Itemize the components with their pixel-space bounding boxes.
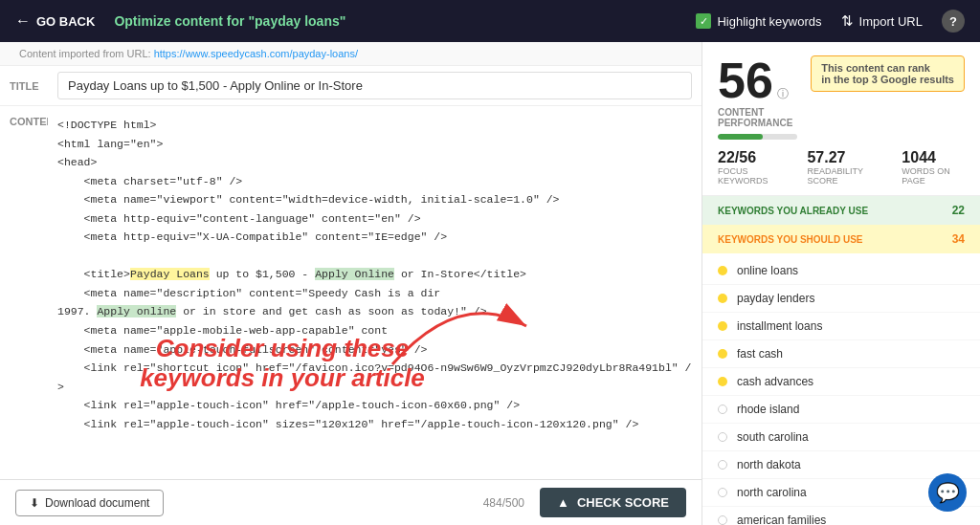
stat-readability: 57.27 READABILITY SCORE <box>807 149 882 186</box>
list-item: installment loans <box>702 313 980 340</box>
help-button[interactable]: ? <box>942 10 965 33</box>
score-value: 56 <box>718 55 773 105</box>
list-item: payday lenders <box>702 285 980 313</box>
word-count: 484/500 <box>483 496 524 510</box>
code-line: <title>Payday Loans up to $1,500 - Apply… <box>57 265 692 284</box>
stat-words: 1044 WORDS ON PAGE <box>902 149 965 186</box>
progress-bar <box>718 134 797 140</box>
code-line: <meta name="apple-touch-fullscreen" cont… <box>57 340 692 360</box>
stats-row: 22/56 FOCUS KEYWORDS 57.27 READABILITY S… <box>718 149 965 186</box>
code-line: <link rel="shortcut icon" href="/favicon… <box>57 359 692 396</box>
progress-fill <box>718 134 763 140</box>
back-arrow-icon: ← <box>15 12 31 30</box>
back-label: GO BACK <box>36 14 95 29</box>
url-bar: Content imported from URL: https://www.s… <box>0 42 702 66</box>
top-nav: ← GO BACK Optimize content for "payday l… <box>0 0 980 42</box>
chat-icon: 💬 <box>936 481 960 504</box>
code-line: <!DOCTYPE html> <box>57 116 692 135</box>
code-line: 1997. Apply online or in store and get c… <box>57 302 692 321</box>
keywords-use-header: KEYWORDS YOU ALREADY USE 22 <box>702 196 980 225</box>
dot-icon <box>718 294 727 303</box>
code-line <box>57 247 692 266</box>
check-score-icon: ▲ <box>557 495 569 510</box>
download-button[interactable]: ⬇ Download document <box>15 490 164 516</box>
list-item: fast cash <box>702 340 980 368</box>
code-editor[interactable]: <!DOCTYPE html> <html lang="en"> <head> … <box>48 106 702 479</box>
main-layout: Content imported from URL: https://www.s… <box>0 42 980 525</box>
dot-icon <box>718 266 727 275</box>
code-line: <meta http-equiv="content-language" cont… <box>57 209 692 229</box>
dot-icon <box>718 515 727 525</box>
code-line: <meta name="description" content="Speedy… <box>57 284 692 303</box>
download-icon: ⬇ <box>30 496 39 510</box>
code-line: <head> <box>57 153 692 172</box>
list-item: online loans <box>702 257 980 285</box>
left-panel: Content imported from URL: https://www.s… <box>0 42 702 525</box>
dot-icon <box>718 405 727 414</box>
code-line: <meta charset="utf-8" /> <box>57 172 692 191</box>
dot-icon <box>718 488 727 497</box>
title-label: TITLE <box>10 80 57 92</box>
checkbox-icon: ✓ <box>696 13 711 29</box>
bottom-bar: ⬇ Download document 484/500 ▲ CHECK SCOR… <box>0 479 702 525</box>
dot-icon <box>718 321 727 331</box>
import-icon: ⇅ <box>841 12 854 30</box>
stat-focus-keywords: 22/56 FOCUS KEYWORDS <box>718 149 788 186</box>
dot-icon <box>718 377 727 386</box>
right-panel: 56 ⓘ CONTENT PERFORMANCE This content ca… <box>702 42 980 525</box>
content-label: CONTENT <box>0 106 48 479</box>
import-url-button[interactable]: ⇅ Import URL <box>841 12 923 30</box>
dot-icon <box>718 460 727 470</box>
list-item: cash advances <box>702 368 980 396</box>
code-line: <meta name="apple-mobile-web-app-capable… <box>57 321 692 340</box>
dot-icon <box>718 432 727 442</box>
code-line: <link rel="apple-touch-icon" sizes="120x… <box>57 415 692 434</box>
list-item: south carolina <box>702 424 980 451</box>
highlight-keywords-toggle[interactable]: ✓ Highlight keywords <box>696 13 821 29</box>
score-section: 56 ⓘ CONTENT PERFORMANCE This content ca… <box>702 42 980 196</box>
keywords-should-header: KEYWORDS YOU SHOULD USE 34 <box>702 225 980 253</box>
content-area: CONTENT <!DOCTYPE html> <html lang="en">… <box>0 106 702 479</box>
title-input[interactable] <box>57 72 692 99</box>
score-block: 56 ⓘ CONTENT PERFORMANCE <box>718 55 797 140</box>
title-row: TITLE <box>0 66 702 106</box>
code-line: <html lang="en"> <box>57 135 692 154</box>
nav-right: ✓ Highlight keywords ⇅ Import URL ? <box>696 10 965 33</box>
page-title: Optimize content for "payday loans" <box>114 13 345 29</box>
code-line: <link rel="apple-touch-icon" href="/appl… <box>57 396 692 415</box>
can-rank-box: This content can rank in the top 3 Googl… <box>811 55 965 92</box>
score-top: 56 ⓘ CONTENT PERFORMANCE This content ca… <box>718 55 965 140</box>
back-button[interactable]: ← GO BACK <box>15 12 95 30</box>
code-line: <meta name="viewport" content="width=dev… <box>57 190 692 209</box>
code-line: <meta http-equiv="X-UA-Compatible" conte… <box>57 228 692 247</box>
source-url-link[interactable]: https://www.speedycash.com/payday-loans/ <box>154 48 358 59</box>
performance-label: CONTENT PERFORMANCE <box>718 107 797 128</box>
chat-bubble-button[interactable]: 💬 <box>928 473 967 512</box>
dot-icon <box>718 349 727 359</box>
score-info-icon: ⓘ <box>777 86 789 102</box>
list-item: rhode island <box>702 396 980 424</box>
check-score-button[interactable]: ▲ CHECK SCORE <box>540 488 686 517</box>
